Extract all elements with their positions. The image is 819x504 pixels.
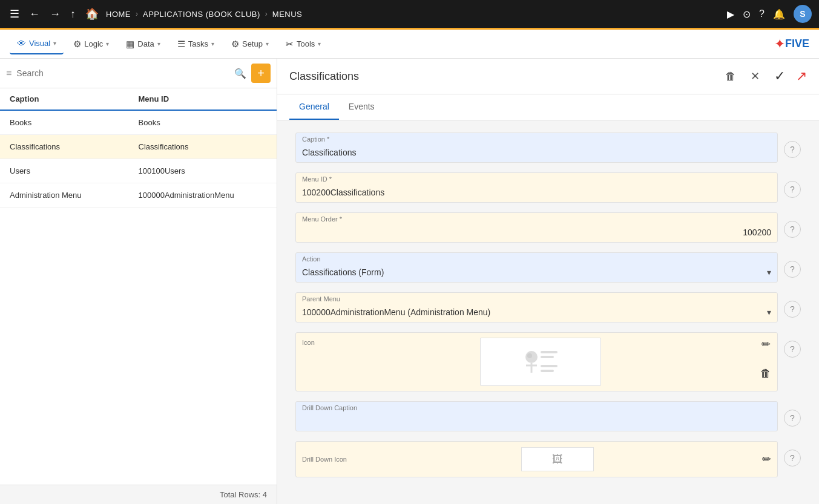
search-nav-icon[interactable]: ⊙ [743,8,751,20]
menu-icon[interactable]: ☰ [7,5,22,23]
top-nav: ☰ ← → ↑ 🏠 HOME › APPLICATIONS (BOOK CLUB… [0,0,819,28]
logic-label: Logic [84,39,103,48]
menu-id-help-icon[interactable]: ? [784,181,801,198]
menu-id-label: Menu ID * [296,173,777,183]
setup-label: Setup [242,39,263,48]
menu-id-row: Menu ID * ? [295,172,801,203]
caption-help-icon[interactable]: ? [784,141,801,158]
icon-delete-button[interactable]: 🗑 [760,367,771,380]
header-actions: 🗑 ✕ ✓ ↗ [720,66,807,87]
filter-icon[interactable]: ≡ [6,68,12,79]
parent-menu-field-box: Parent Menu 100000AdministrationMenu (Ad… [295,292,778,322]
parent-menu-dropdown-icon[interactable]: ▾ [767,307,771,317]
top-nav-left: ☰ ← → ↑ 🏠 HOME › APPLICATIONS (BOOK CLUB… [7,5,721,23]
menu-order-label: Menu Order * [296,213,777,223]
tasks-arrow: ▾ [211,41,214,47]
icon-row: Icon [295,332,801,391]
row-caption: Books [10,118,139,127]
tab-data[interactable]: ▦ Data ▾ [119,34,167,54]
tools-arrow: ▾ [318,41,321,47]
row-menu-id: 100100Users [139,166,268,175]
drill-down-icon-row: Drill Down Icon 🖼 ✏ ? [295,441,801,477]
table-row[interactable]: Books Books [0,111,277,135]
up-icon[interactable]: ↑ [68,5,78,23]
avatar[interactable]: S [794,5,812,23]
table-header: Caption Menu ID [0,88,277,111]
tab-visual[interactable]: 👁 Visual ▾ [10,33,64,54]
close-button[interactable]: ✕ [746,67,765,85]
drill-down-caption-label: Drill Down Caption [296,402,777,411]
tasks-icon: ☰ [177,39,185,50]
table-row[interactable]: Administration Menu 100000Administration… [0,183,277,208]
icon-help-icon[interactable]: ? [784,341,801,358]
search-icon[interactable]: 🔍 [234,68,246,79]
visual-icon: 👁 [17,38,26,48]
forward-icon[interactable]: → [47,5,63,23]
icon-edit-button[interactable]: ✏ [760,338,771,351]
setup-arrow: ▾ [266,41,269,47]
action-select[interactable]: Classifications (Form) ▾ [296,264,777,282]
tab-logic[interactable]: ⚙ Logic ▾ [66,34,116,54]
left-panel: ≡ 🔍 + Caption Menu ID Books Books Classi… [0,59,277,504]
menu-order-input[interactable] [296,224,777,242]
tab-tasks[interactable]: ☰ Tasks ▾ [170,34,222,54]
table-row[interactable]: Users 100100Users [0,159,277,183]
parent-menu-label: Parent Menu [296,293,777,303]
parent-menu-select[interactable]: 100000AdministrationMenu (Administration… [296,304,777,322]
play-icon[interactable]: ▶ [727,8,734,20]
action-label: Action [296,253,777,263]
back-icon[interactable]: ← [27,5,42,23]
data-label: Data [137,39,154,48]
row-caption: Administration Menu [10,191,139,200]
drill-down-icon-help-icon[interactable]: ? [784,450,801,466]
caption-input[interactable] [296,144,777,162]
action-row: Action Classifications (Form) ▾ ? [295,252,801,283]
menu-order-help-icon[interactable]: ? [784,221,801,238]
row-caption: Users [10,166,139,175]
add-button[interactable]: + [251,64,271,83]
drill-down-caption-help-icon[interactable]: ? [784,410,801,427]
home-label: HOME [106,10,131,19]
second-nav: 👁 Visual ▾ ⚙ Logic ▾ ▦ Data ▾ ☰ Tasks ▾ … [0,30,819,59]
icon-field-box: Icon [295,332,778,391]
data-icon: ▦ [126,39,134,50]
app-label[interactable]: APPLICATIONS (BOOK CLUB) [143,10,260,19]
delete-button[interactable]: 🗑 [720,68,741,85]
row-caption: Classifications [10,142,139,151]
save-button[interactable]: ✓ [769,66,790,87]
action-dropdown-icon[interactable]: ▾ [767,267,771,277]
parent-menu-help-icon[interactable]: ? [784,301,801,318]
action-help-icon[interactable]: ? [784,261,801,278]
drill-down-caption-row: Drill Down Caption ? [295,401,801,431]
caption-row: Caption * ? [295,133,801,163]
logic-icon: ⚙ [73,39,81,50]
help-nav-icon[interactable]: ? [759,8,765,19]
table-row[interactable]: Classifications Classifications [0,135,277,159]
section-label: MENUS [272,10,302,19]
svg-point-1 [527,353,532,358]
tab-setup[interactable]: ⚙ Setup ▾ [224,34,276,54]
total-rows: Total Rows: 4 [220,490,267,499]
svg-rect-6 [541,365,558,367]
five-logo-wrapper: ✦ FIVE [774,36,809,52]
tab-general[interactable]: General [289,94,339,120]
drill-down-icon-placeholder: 🖼 [552,453,563,466]
search-input[interactable] [16,68,229,78]
arrow-indicator: ↗ [796,68,807,84]
bell-icon[interactable]: 🔔 [773,8,785,20]
drill-down-icon-edit-button[interactable]: ✏ [762,453,771,466]
tasks-label: Tasks [188,39,208,48]
table-body: Books Books Classifications Classificati… [0,111,277,485]
tab-events[interactable]: Events [339,94,384,120]
search-bar: ≡ 🔍 + [0,59,277,88]
logic-arrow: ▾ [106,41,109,47]
menu-order-field-box: Menu Order * [295,212,778,243]
menu-id-input[interactable] [296,184,777,202]
svg-rect-4 [541,351,558,353]
home-icon[interactable]: 🏠 [83,5,101,23]
right-title: Classifications [289,70,720,83]
icon-action-buttons: ✏ 🗑 [760,338,771,380]
drill-down-caption-input[interactable] [296,413,777,431]
menu-id-field-box: Menu ID * [295,172,778,203]
tab-tools[interactable]: ✂ Tools ▾ [278,34,328,54]
